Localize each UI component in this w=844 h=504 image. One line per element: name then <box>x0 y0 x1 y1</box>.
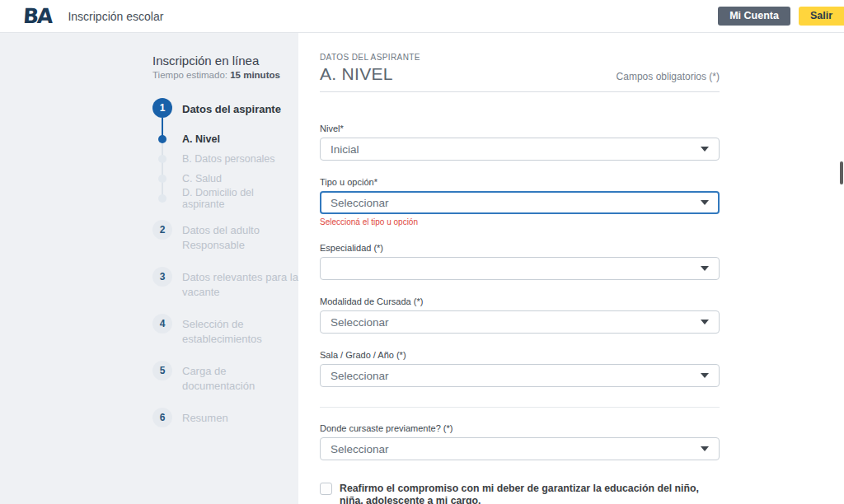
estimated-time-value: 15 minutos <box>230 70 280 80</box>
stepper-connector-active <box>162 118 163 136</box>
logout-button[interactable]: Salir <box>799 7 844 26</box>
field-donde-cursaste: Donde cursaste previamente? (*) Seleccio… <box>320 423 720 460</box>
form-section-label: DATOS DEL ASPIRANTE <box>320 53 720 62</box>
stepper: 1 Datos del aspirante A. Nivel B. Datos … <box>152 98 298 427</box>
field-label: Donde cursaste previamente? (*) <box>320 423 720 433</box>
field-nivel: Nivel* Inicial <box>320 124 720 161</box>
enrollment-sidebar: Inscripción en línea Tiempo estimado: 15… <box>0 33 298 504</box>
substep-b-datos-personales[interactable]: B. Datos personales <box>152 149 298 169</box>
form-title: A. NIVEL <box>320 64 393 84</box>
field-label: Sala / Grado / Año (*) <box>320 350 720 360</box>
substep-a-nivel[interactable]: A. Nivel <box>152 129 298 149</box>
main-panel: DATOS DEL ASPIRANTE A. NIVEL Campos obli… <box>298 33 844 504</box>
tipo-u-opcion-error: Seleccioná el tipo u opción <box>320 217 720 226</box>
my-account-button[interactable]: Mi Cuenta <box>718 7 790 26</box>
step-4-circle: 4 <box>152 314 172 334</box>
donde-cursaste-select[interactable]: Seleccionar <box>320 437 720 460</box>
dropdown-caret-icon <box>701 200 709 205</box>
app-header: BA Inscripción escolar Mi Cuenta Salir <box>0 0 844 33</box>
dropdown-caret-icon <box>701 266 709 271</box>
field-label: Tipo u opción* <box>320 177 720 187</box>
dropdown-caret-icon <box>701 446 709 451</box>
field-label: Especialidad (*) <box>320 243 720 253</box>
step-1-circle: 1 <box>152 98 172 118</box>
sidebar-title: Inscripción en línea <box>152 54 298 68</box>
field-label: Modalidad de Cursada (*) <box>320 296 720 306</box>
field-sala-grado-anio: Sala / Grado / Año (*) Seleccionar <box>320 350 720 387</box>
substep-d-domicilio[interactable]: D. Domicilio del aspirante <box>152 189 298 208</box>
substep-dot <box>158 155 166 163</box>
nivel-select[interactable]: Inicial <box>320 138 720 161</box>
commitment-label: Reafirmo el compromiso con mi deber de g… <box>340 483 720 504</box>
step-3-datos-relevantes[interactable]: 3 Datos relevantes para la vacante <box>152 267 298 299</box>
especialidad-select[interactable] <box>320 257 720 280</box>
substep-dot <box>158 194 166 203</box>
estimated-time-label: Tiempo estimado: <box>152 70 230 80</box>
substep-c-salud[interactable]: C. Salud <box>152 169 298 189</box>
step-1-datos-del-aspirante[interactable]: 1 Datos del aspirante <box>152 98 298 118</box>
step-5-circle: 5 <box>152 361 172 380</box>
field-label: Nivel* <box>320 124 720 133</box>
step-1-substeps: A. Nivel B. Datos personales C. Salud D.… <box>152 129 298 208</box>
modalidad-cursada-select[interactable]: Seleccionar <box>320 310 720 334</box>
step-4-seleccion-establecimientos[interactable]: 4 Selección de establecimientos <box>152 314 298 346</box>
stepper-connector-pending <box>162 136 163 195</box>
scrollbar-thumb[interactable] <box>840 161 843 184</box>
section-divider <box>320 407 720 408</box>
substep-dot <box>158 175 166 183</box>
commitment-checkbox[interactable] <box>320 483 332 495</box>
step-3-circle: 3 <box>152 267 172 287</box>
dropdown-caret-icon <box>701 147 709 152</box>
estimated-time: Tiempo estimado: 15 minutos <box>152 70 298 80</box>
dropdown-caret-icon <box>701 320 709 324</box>
substep-dot <box>158 135 166 143</box>
form-header: DATOS DEL ASPIRANTE A. NIVEL Campos obli… <box>320 53 720 92</box>
step-6-circle: 6 <box>152 408 172 427</box>
ba-logo: BA <box>22 6 52 26</box>
commitment-row: Reafirmo el compromiso con mi deber de g… <box>320 483 720 504</box>
nivel-form: DATOS DEL ASPIRANTE A. NIVEL Campos obli… <box>320 53 720 504</box>
required-fields-note: Campos obligatorios (*) <box>617 71 720 84</box>
step-5-carga-documentacion[interactable]: 5 Carga de documentación <box>152 361 298 393</box>
header-actions: Mi Cuenta Salir <box>718 7 844 26</box>
field-tipo-u-opcion: Tipo u opción* Seleccionar Seleccioná el… <box>320 177 720 226</box>
dropdown-caret-icon <box>701 373 709 378</box>
app-title: Inscripción escolar <box>68 10 163 23</box>
step-2-circle: 2 <box>152 220 172 240</box>
field-modalidad-cursada: Modalidad de Cursada (*) Seleccionar <box>320 296 720 334</box>
step-2-adulto-responsable[interactable]: 2 Datos del adulto Responsable <box>152 220 298 252</box>
step-6-resumen[interactable]: 6 Resumen <box>152 408 298 427</box>
sala-grado-anio-select[interactable]: Seleccionar <box>320 364 720 387</box>
tipo-u-opcion-select[interactable]: Seleccionar <box>320 191 720 214</box>
field-especialidad: Especialidad (*) <box>320 243 720 280</box>
